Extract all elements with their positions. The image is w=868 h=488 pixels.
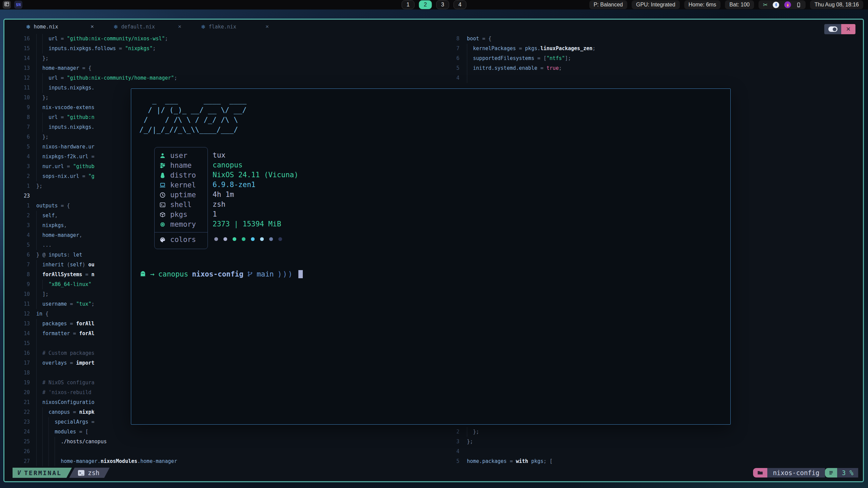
line-number: 17 (9, 358, 30, 368)
code-text: }; (36, 93, 48, 103)
line-number: 11 (9, 83, 30, 93)
code-text: canopus = nixpk (36, 407, 95, 417)
line-number: 2 (9, 211, 30, 221)
tab-close-icon[interactable]: × (91, 23, 94, 30)
status-pill-2[interactable]: Home: 6ms (684, 0, 721, 9)
line-number: 6 (9, 132, 30, 142)
nixos-ascii-logo: _ ___ ____ ____ / |/ (_)_ __/ __ \/ __/ … (139, 96, 246, 135)
code-text (467, 73, 473, 83)
line-number: 19 (9, 378, 30, 388)
code-line: 6 supportedFilesystems = ["ntfs"]; (442, 54, 863, 63)
laptop-icon (159, 182, 170, 188)
status-pill-3[interactable]: Bat: 100 (725, 0, 754, 9)
code-line: 13 home-manager = { (9, 63, 439, 73)
fetch-value-user: tux (213, 150, 298, 160)
tab-label: flake.nix (209, 24, 236, 30)
code-text: nixpkgs-f2k.url = (36, 152, 95, 162)
mode-label: TERMINAL (24, 469, 62, 476)
code-text: # Custom packages (36, 348, 95, 358)
line-number: 26 (9, 447, 30, 456)
code-text: username = "tux"; (36, 299, 95, 309)
fetch-value-hname: canopus (213, 160, 298, 170)
code-text: nix-vscode-extens (36, 103, 95, 113)
code-line: 4 (442, 73, 863, 83)
code-text: sops-nix.url = "g (36, 171, 95, 181)
user-icon (159, 152, 170, 159)
shell-segment: >_ zsh (69, 468, 110, 478)
code-text: forAllSystems = n (36, 270, 95, 280)
fetch-separator (155, 232, 208, 232)
line-number: 10 (9, 289, 30, 299)
app-badge-label: $N (16, 2, 21, 7)
shell-prompt: → canopus nixos-config main ))) (139, 269, 303, 279)
line-number: 11 (9, 299, 30, 309)
line-number: 22 (9, 407, 30, 417)
sliders-icon (159, 162, 170, 169)
color-dot (251, 237, 255, 241)
folder-icon (753, 468, 767, 477)
code-text: } @ inputs: let (36, 250, 82, 260)
line-number: 3 (9, 162, 30, 171)
repo-label: nixos-config (767, 468, 825, 477)
app-launcher-button[interactable] (3, 1, 11, 9)
system-tray: ✂ (758, 0, 806, 9)
toggle-button[interactable] (824, 24, 841, 34)
bluetooth-icon[interactable] (773, 2, 779, 8)
line-number: 6 (9, 250, 30, 260)
tab-default.nix[interactable]: ❄default.nix× (102, 20, 190, 34)
phone-icon[interactable] (796, 2, 801, 7)
clock-icon (159, 192, 170, 198)
workspace-3[interactable]: 3 (436, 0, 449, 9)
nix-app-badge[interactable]: $N (14, 1, 22, 9)
prompt-repo: nixos-config (192, 270, 243, 278)
grid-icon (4, 1, 9, 8)
clock[interactable]: Thu Aug 08, 18:16 (810, 0, 863, 9)
code-line: 24 modules = [ (9, 427, 439, 437)
line-number: 21 (9, 398, 30, 407)
line-number: 2 (9, 171, 30, 181)
fetch-label: distro (170, 170, 196, 180)
status-pill-0[interactable]: P: Balanced (589, 0, 627, 9)
tab-close-icon[interactable]: × (265, 23, 269, 30)
mode-icon: V (17, 469, 21, 476)
workspace-4[interactable]: 4 (454, 0, 467, 9)
color-dot (269, 237, 273, 241)
code-text: nixos-hardware.ur (36, 142, 95, 152)
flame-icon[interactable] (784, 1, 791, 8)
line-number: 12 (9, 73, 30, 83)
code-text: ./hosts/canopus (36, 437, 107, 447)
scissors-icon[interactable]: ✂ (763, 1, 768, 8)
tab-home.nix[interactable]: ❄home.nix× (15, 20, 102, 34)
code-text: self, (36, 211, 58, 221)
fetch-label: pkgs (170, 210, 188, 220)
workspace-2[interactable]: 2 (419, 0, 432, 9)
status-pill-1[interactable]: GPU: Integrated (632, 0, 680, 9)
fetch-label: colors (170, 235, 196, 245)
line-number: 27 (9, 456, 30, 466)
workspace-1[interactable]: 1 (402, 0, 415, 9)
line-number: 7 (442, 44, 459, 54)
tab-flake.nix[interactable]: ❄flake.nix× (190, 20, 277, 34)
nix-snowflake-icon: ❄ (26, 24, 31, 30)
fetch-label-box: userhnamedistrokerneluptimeshellpkgsmemo… (154, 147, 208, 249)
ghost-icon (139, 270, 146, 278)
code-text: packages = forAll (36, 319, 95, 329)
code-text: outputs = { (36, 201, 70, 211)
line-number: 25 (9, 437, 30, 447)
code-text: }; (36, 181, 42, 191)
code-text: home-manager, (36, 230, 82, 240)
window-controls: × (824, 24, 855, 34)
window-close-button[interactable]: × (841, 24, 855, 34)
code-text: url = "github:nix-community/home-manager… (36, 73, 177, 83)
tab-close-icon[interactable]: × (178, 23, 181, 30)
statusline-right: nixos-config 3 % (753, 468, 858, 477)
nix-snowflake-icon: ❄ (114, 24, 118, 30)
fetch-row-distro: distro (155, 170, 208, 180)
tab-label: home.nix (34, 24, 58, 30)
prompt-branch: main (257, 270, 274, 278)
floating-terminal[interactable]: _ ___ ____ ____ / |/ (_)_ __/ __ \/ __/ … (131, 88, 731, 425)
chip-icon (159, 221, 170, 228)
fetch-value-memory: 2373 | 15394 MiB (213, 219, 298, 229)
prompt-chevrons: ))) (277, 270, 293, 278)
terminal-icon (159, 202, 170, 208)
